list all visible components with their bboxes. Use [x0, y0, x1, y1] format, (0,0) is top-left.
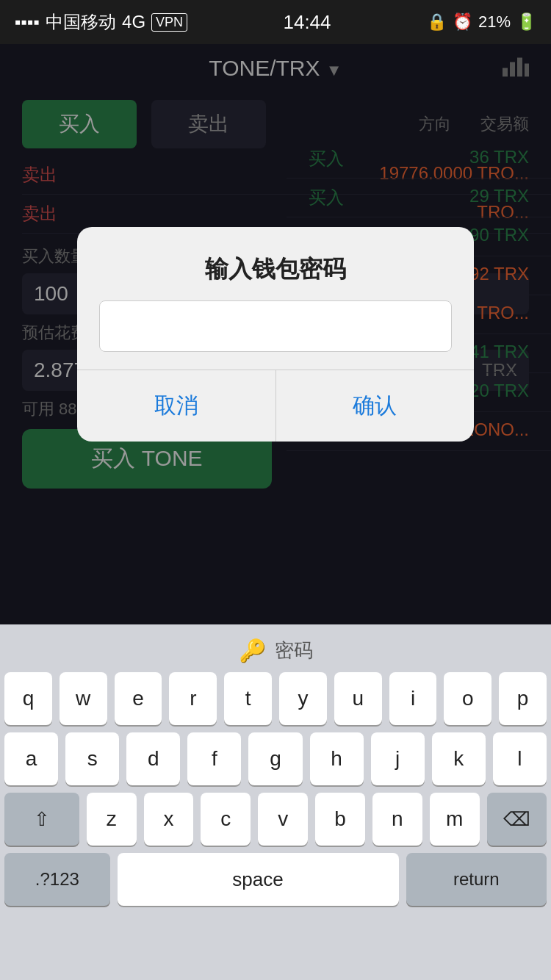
signal-icon: ▪▪▪▪ [15, 12, 40, 32]
delete-key[interactable]: ⌫ [487, 793, 547, 846]
key-d[interactable]: d [126, 732, 180, 785]
key-s[interactable]: s [65, 732, 119, 785]
key-row-4: .?123 space return [4, 853, 547, 906]
key-icon: 🔑 [239, 638, 266, 663]
status-time: 14:44 [283, 11, 331, 34]
key-m[interactable]: m [430, 793, 480, 846]
key-y[interactable]: y [279, 672, 327, 725]
return-key[interactable]: return [406, 853, 547, 906]
key-h[interactable]: h [310, 732, 364, 785]
network-label: 4G [122, 12, 145, 32]
password-dialog: 输入钱包密码 取消 确认 [77, 227, 474, 442]
key-z[interactable]: z [87, 793, 137, 846]
key-row-3: ⇧ z x c v b n m ⌫ [4, 793, 547, 846]
battery-label: 21% [478, 12, 511, 32]
status-bar: ▪▪▪▪ 中国移动 4G VPN 14:44 🔒 ⏰ 21% 🔋 [0, 0, 551, 44]
key-k[interactable]: k [432, 732, 486, 785]
vpn-label: VPN [151, 13, 187, 32]
carrier-label: 中国移动 [46, 10, 116, 34]
key-b[interactable]: b [315, 793, 365, 846]
keyboard-area: 🔑 密码 q w e r t y u i o p a s d f g h j k… [0, 624, 551, 980]
key-u[interactable]: u [334, 672, 382, 725]
dialog-buttons: 取消 确认 [77, 370, 474, 442]
keyboard-hint: 🔑 密码 [0, 624, 551, 672]
key-p[interactable]: p [499, 672, 547, 725]
keyboard-hint-label: 密码 [275, 638, 313, 663]
key-f[interactable]: f [187, 732, 241, 785]
key-j[interactable]: j [371, 732, 425, 785]
space-key[interactable]: space [118, 853, 399, 906]
key-x[interactable]: x [144, 793, 194, 846]
key-c[interactable]: c [201, 793, 251, 846]
lock-icon: 🔒 [427, 12, 447, 32]
confirm-button[interactable]: 确认 [276, 370, 475, 442]
key-t[interactable]: t [224, 672, 272, 725]
key-o[interactable]: o [444, 672, 491, 725]
dialog-title: 输入钱包密码 [77, 227, 474, 300]
alarm-icon: ⏰ [453, 12, 472, 32]
key-a[interactable]: a [4, 732, 58, 785]
key-r[interactable]: r [169, 672, 217, 725]
key-row-2: a s d f g h j k l [4, 732, 547, 785]
key-q[interactable]: q [4, 672, 52, 725]
key-l[interactable]: l [493, 732, 547, 785]
dialog-overlay: 输入钱包密码 取消 确认 [0, 44, 551, 624]
password-input[interactable] [99, 300, 452, 352]
dialog-input-wrap[interactable] [77, 300, 474, 370]
key-g[interactable]: g [248, 732, 302, 785]
cancel-button[interactable]: 取消 [77, 370, 276, 442]
key-i[interactable]: i [389, 672, 437, 725]
shift-key[interactable]: ⇧ [4, 793, 79, 846]
key-w[interactable]: w [60, 672, 107, 725]
status-right: 🔒 ⏰ 21% 🔋 [427, 12, 536, 32]
symbols-key[interactable]: .?123 [4, 853, 110, 906]
keyboard-rows: q w e r t y u i o p a s d f g h j k l ⇧ … [0, 672, 551, 906]
battery-icon: 🔋 [516, 12, 536, 32]
trading-area: TONE/TRX ▼ 买入 卖出 方向 交易额 卖出 19776.0000 TR… [0, 44, 551, 624]
key-n[interactable]: n [372, 793, 422, 846]
status-left: ▪▪▪▪ 中国移动 4G VPN [15, 10, 187, 34]
key-row-1: q w e r t y u i o p [4, 672, 547, 725]
key-e[interactable]: e [115, 672, 162, 725]
key-v[interactable]: v [258, 793, 308, 846]
